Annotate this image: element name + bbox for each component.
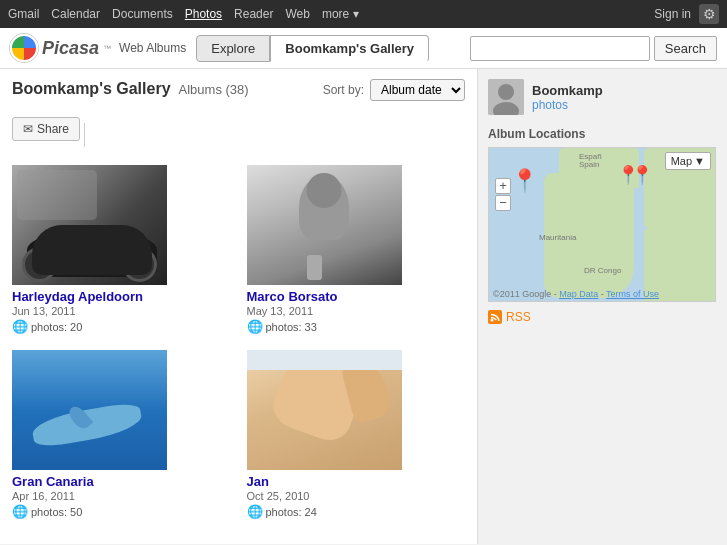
search-area: Search: [470, 36, 717, 61]
album-name[interactable]: Harleydag Apeldoorn: [12, 289, 231, 304]
explore-tab[interactable]: Explore: [196, 35, 270, 62]
gallery-content: Boomkamp's Gallery Albums (38) Sort by: …: [0, 69, 477, 544]
album-item[interactable]: Harleydag Apeldoorn Jun 13, 2011 🌐 photo…: [12, 165, 231, 334]
album-thumbnail: [12, 350, 167, 470]
map-zoom-controls: + −: [495, 178, 511, 211]
photos-label: photos:: [31, 506, 67, 518]
nav-documents[interactable]: Documents: [112, 7, 173, 21]
share-divider: [84, 123, 85, 147]
nav-web[interactable]: Web: [285, 7, 309, 21]
photos-count: 20: [70, 321, 82, 333]
album-item[interactable]: Marco Borsato May 13, 2011 🌐 photos: 33: [247, 165, 466, 334]
svg-point-3: [491, 319, 494, 322]
settings-gear-icon[interactable]: ⚙: [699, 4, 719, 24]
zoom-out-button[interactable]: −: [495, 195, 511, 211]
main-content: Boomkamp's Gallery Albums (38) Sort by: …: [0, 69, 727, 544]
share-label: Share: [37, 122, 69, 136]
picasa-bar: Picasa™ Web Albums Explore Boomkamp's Ga…: [0, 28, 727, 69]
map-pin-yellow: 📍: [511, 170, 538, 192]
user-details: Boomkamp photos: [532, 83, 603, 112]
album-photos: 🌐 photos: 20: [12, 319, 231, 334]
photos-count: 33: [305, 321, 317, 333]
picasa-logo-icon: [10, 34, 38, 62]
map-pin-red2: 📍: [631, 166, 653, 184]
sidebar: Boomkamp photos Album Locations Españ Sp…: [477, 69, 727, 544]
album-photos: 🌐 photos: 33: [247, 319, 466, 334]
nav-links: Gmail Calendar Documents Photos Reader W…: [8, 7, 359, 21]
picasa-logo: Picasa™: [10, 34, 111, 62]
album-thumbnail: [247, 165, 402, 285]
rss-label: RSS: [506, 310, 531, 324]
album-thumbnail: [247, 350, 402, 470]
gallery-header-row: Boomkamp's Gallery Albums (38) Sort by: …: [12, 79, 465, 111]
sort-select[interactable]: Album date Title: [370, 79, 465, 101]
map-type-chevron: ▼: [694, 155, 705, 167]
map-mauritania-label: Mauritania: [539, 233, 576, 242]
album-date: May 13, 2011: [247, 305, 466, 317]
svg-point-1: [498, 84, 514, 100]
globe-icon: 🌐: [12, 504, 28, 519]
globe-icon: 🌐: [247, 504, 263, 519]
photos-label: photos:: [266, 506, 302, 518]
album-name[interactable]: Gran Canaria: [12, 474, 231, 489]
user-photos-link[interactable]: photos: [532, 98, 603, 112]
top-navigation: Gmail Calendar Documents Photos Reader W…: [0, 0, 727, 28]
search-button[interactable]: Search: [654, 36, 717, 61]
map-container[interactable]: Españ Spain Mauritania DR Congo 📍 📍 📍 + …: [488, 147, 716, 302]
web-albums-link[interactable]: Web Albums: [119, 41, 186, 55]
user-info: Boomkamp photos: [488, 79, 717, 115]
photos-count: 24: [305, 506, 317, 518]
zoom-in-button[interactable]: +: [495, 178, 511, 194]
sort-bar: Sort by: Album date Title: [323, 79, 465, 101]
map-spain-label2: Spain: [579, 160, 599, 169]
album-photos: 🌐 photos: 50: [12, 504, 231, 519]
album-date: Jun 13, 2011: [12, 305, 231, 317]
nav-reader[interactable]: Reader: [234, 7, 273, 21]
rss-link[interactable]: RSS: [488, 310, 717, 324]
rss-icon: [488, 310, 502, 324]
nav-gmail[interactable]: Gmail: [8, 7, 39, 21]
sort-label: Sort by:: [323, 83, 364, 97]
share-button[interactable]: ✉ Share: [12, 117, 80, 141]
album-photos: 🌐 photos: 24: [247, 504, 466, 519]
user-name: Boomkamp: [532, 83, 603, 98]
map-drcongo-label: DR Congo: [584, 266, 621, 275]
picasa-tm: ™: [103, 44, 111, 53]
envelope-icon: ✉: [23, 122, 33, 136]
album-item[interactable]: Jan Oct 25, 2010 🌐 photos: 24: [247, 350, 466, 519]
album-date: Apr 16, 2011: [12, 490, 231, 502]
albums-grid: Harleydag Apeldoorn Jun 13, 2011 🌐 photo…: [12, 165, 465, 519]
album-name[interactable]: Marco Borsato: [247, 289, 466, 304]
album-count: Albums (38): [179, 82, 249, 97]
sign-in-link[interactable]: Sign in: [654, 7, 691, 21]
nav-calendar[interactable]: Calendar: [51, 7, 100, 21]
terms-link[interactable]: Terms of Use: [606, 289, 659, 299]
map-copyright: ©2011 Google - Map Data - Terms of Use: [493, 289, 659, 299]
map-type-button[interactable]: Map ▼: [665, 152, 711, 170]
photos-count: 50: [70, 506, 82, 518]
album-thumbnail: [12, 165, 167, 285]
photos-label: photos:: [266, 321, 302, 333]
album-name[interactable]: Jan: [247, 474, 466, 489]
photos-label: photos:: [31, 321, 67, 333]
search-input[interactable]: [470, 36, 650, 61]
gallery-header: Boomkamp's Gallery Albums (38): [12, 80, 249, 98]
map-data-link[interactable]: Map Data: [559, 289, 598, 299]
right-nav: Sign in ⚙: [654, 4, 719, 24]
album-item[interactable]: Gran Canaria Apr 16, 2011 🌐 photos: 50: [12, 350, 231, 519]
album-date: Oct 25, 2010: [247, 490, 466, 502]
picasa-logo-text: Picasa: [42, 38, 99, 59]
globe-icon: 🌐: [12, 319, 28, 334]
gallery-title: Boomkamp's Gallery: [12, 80, 171, 98]
album-locations-title: Album Locations: [488, 127, 717, 141]
nav-more[interactable]: more ▾: [322, 7, 359, 21]
nav-photos[interactable]: Photos: [185, 7, 222, 21]
gallery-tab[interactable]: Boomkamp's Gallery: [270, 35, 429, 62]
map-type-label: Map: [671, 155, 692, 167]
globe-icon: 🌐: [247, 319, 263, 334]
user-avatar: [488, 79, 524, 115]
